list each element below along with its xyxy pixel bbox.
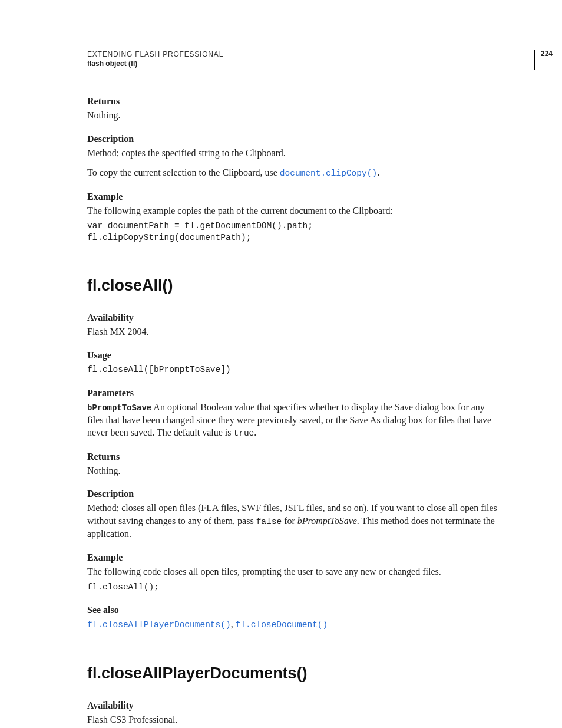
availability-body: Flash MX 2004.: [87, 325, 498, 338]
example-body: The following code closes all open files…: [87, 565, 498, 578]
page: EXTENDING FLASH PROFESSIONAL flash objec…: [0, 0, 562, 728]
code-false: false: [256, 517, 282, 526]
link-closeallplayerdocuments[interactable]: fl.closeAllPlayerDocuments(): [87, 620, 231, 630]
usage-code: fl.closeAll([bPromptToSave]): [87, 364, 498, 376]
description-body-2: To copy the current selection to the Cli…: [87, 166, 498, 180]
availability-heading: Availability: [87, 700, 498, 711]
seealso-heading: See also: [87, 605, 498, 615]
description-body: Method; copies the specified string to t…: [87, 147, 498, 160]
page-number: 224: [534, 50, 553, 70]
text: ,: [231, 619, 236, 629]
description-heading: Description: [87, 134, 498, 144]
example-code: var documentPath = fl.getDocumentDOM().p…: [87, 220, 498, 243]
header-title: EXTENDING FLASH PROFESSIONAL: [87, 50, 498, 58]
returns-heading: Returns: [87, 96, 498, 107]
returns-body: Nothing.: [87, 109, 498, 122]
section-closeallplayerdocuments: fl.closeAllPlayerDocuments() Availabilit…: [87, 664, 498, 726]
description-heading: Description: [87, 489, 498, 499]
param-name: bPromptToSave: [87, 403, 151, 413]
api-title-closeall: fl.closeAll(): [87, 276, 498, 295]
section-clipcopy-continued: Returns Nothing. Description Method; cop…: [87, 96, 498, 243]
seealso-body: fl.closeAllPlayerDocuments(), fl.closeDo…: [87, 618, 498, 631]
text: .: [254, 427, 256, 437]
availability-body: Flash CS3 Professional.: [87, 713, 498, 726]
code-true: true: [234, 429, 254, 438]
text: To copy the current selection to the Cli…: [87, 167, 280, 177]
text: .: [377, 167, 379, 177]
text: for: [282, 516, 297, 526]
returns-body: Nothing.: [87, 465, 498, 477]
availability-heading: Availability: [87, 312, 498, 323]
parameters-body: bPromptToSave An optional Boolean value …: [87, 401, 498, 440]
page-header: EXTENDING FLASH PROFESSIONAL flash objec…: [87, 50, 498, 68]
param-italic: bPromptToSave: [297, 516, 357, 526]
example-heading: Example: [87, 552, 498, 563]
usage-heading: Usage: [87, 350, 498, 361]
link-document-clipcopy[interactable]: document.clipCopy(): [280, 169, 377, 178]
example-heading: Example: [87, 192, 498, 202]
example-body: The following example copies the path of…: [87, 205, 498, 218]
header-subtitle: flash object (fl): [87, 60, 498, 68]
parameters-heading: Parameters: [87, 388, 498, 398]
returns-heading: Returns: [87, 452, 498, 462]
example-code: fl.closeAll();: [87, 582, 498, 594]
link-closedocument[interactable]: fl.closeDocument(): [236, 620, 328, 630]
description-body: Method; closes all open files (FLA files…: [87, 502, 498, 541]
api-title-closeallplayerdocuments: fl.closeAllPlayerDocuments(): [87, 664, 498, 683]
section-closeall: fl.closeAll() Availability Flash MX 2004…: [87, 276, 498, 631]
